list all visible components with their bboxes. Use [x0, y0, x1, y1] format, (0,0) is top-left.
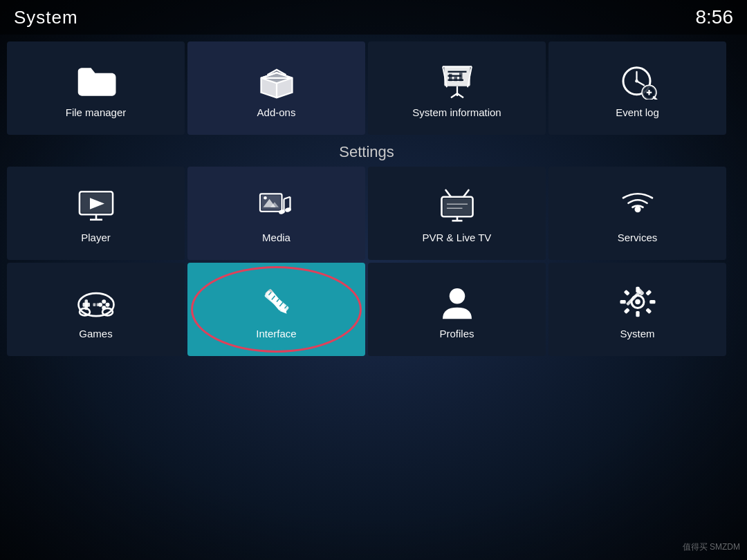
tile-pvr-live-tv[interactable]: PVR & Live TV [368, 167, 546, 260]
services-icon [617, 187, 658, 225]
tile-system[interactable]: System [548, 263, 726, 356]
clock: 8:56 [696, 6, 734, 28]
top-bar: System 8:56 [0, 0, 747, 35]
pvr-icon [436, 187, 478, 225]
tile-label-interface: Interface [256, 328, 296, 339]
tile-services[interactable]: Services [548, 167, 726, 260]
folder-icon [75, 62, 117, 100]
interface-icon [256, 283, 297, 321]
eventlog-icon [617, 62, 658, 100]
svg-rect-76 [620, 299, 625, 303]
svg-point-61 [102, 308, 113, 315]
svg-rect-16 [454, 77, 457, 81]
tile-profiles[interactable]: Profiles [368, 263, 546, 356]
svg-point-73 [635, 299, 640, 304]
svg-point-55 [105, 302, 109, 306]
svg-line-21 [636, 81, 644, 85]
svg-line-11 [457, 93, 463, 97]
svg-rect-79 [645, 308, 652, 314]
svg-point-36 [264, 196, 267, 200]
svg-line-44 [445, 190, 451, 197]
svg-line-24 [654, 97, 657, 100]
svg-rect-17 [459, 73, 463, 81]
svg-point-54 [102, 299, 106, 304]
tile-add-ons[interactable]: Add-ons [187, 41, 365, 135]
tile-player[interactable]: Player [7, 167, 185, 260]
tile-label-system: System [620, 328, 654, 339]
svg-rect-15 [449, 73, 452, 81]
media-icon [256, 187, 297, 225]
settings-row2-grid: Games Inter [7, 263, 726, 356]
tile-event-log[interactable]: Event log [548, 41, 726, 135]
tile-label-player: Player [81, 232, 111, 243]
tile-label-services: Services [618, 232, 658, 243]
svg-line-10 [451, 93, 457, 97]
watermark: 值得买 SMZDM [683, 541, 740, 553]
tile-interface[interactable]: Interface [187, 263, 365, 356]
tile-label-games: Games [79, 328, 112, 339]
tile-label-pvr-live-tv: PVR & Live TV [423, 232, 492, 243]
player-icon [75, 187, 117, 225]
settings-row1-grid: Player Media [7, 167, 726, 260]
svg-rect-43 [443, 198, 471, 215]
main-content: File manager Add-ons [0, 35, 747, 363]
svg-line-45 [463, 190, 469, 197]
tile-label-add-ons: Add-ons [257, 106, 296, 118]
svg-rect-59 [96, 303, 99, 306]
svg-rect-58 [93, 303, 95, 306]
tile-media[interactable]: Media [187, 167, 365, 260]
svg-rect-80 [623, 308, 629, 314]
games-icon [75, 283, 117, 321]
tile-label-media: Media [262, 232, 290, 243]
tile-label-profiles: Profiles [439, 328, 474, 339]
svg-rect-75 [636, 311, 639, 317]
svg-point-71 [449, 288, 465, 304]
page-title: System [14, 7, 78, 28]
svg-point-60 [80, 308, 90, 315]
top-row-grid: File manager Add-ons [7, 41, 726, 135]
svg-rect-77 [649, 299, 655, 303]
sysinfo-icon [436, 62, 478, 100]
tile-label-file-manager: File manager [66, 106, 127, 118]
svg-rect-78 [623, 289, 629, 295]
tile-label-event-log: Event log [616, 106, 659, 118]
tile-label-system-information: System information [412, 106, 501, 118]
svg-rect-81 [645, 289, 652, 295]
system-icon [617, 283, 658, 321]
svg-point-50 [634, 206, 640, 212]
addons-icon [256, 62, 297, 100]
settings-label: Settings [7, 135, 726, 167]
tile-file-manager[interactable]: File manager [7, 41, 185, 135]
svg-line-39 [284, 196, 290, 198]
tile-games[interactable]: Games [7, 263, 185, 356]
profiles-icon [436, 283, 478, 321]
tile-system-information[interactable]: System information [368, 41, 546, 135]
